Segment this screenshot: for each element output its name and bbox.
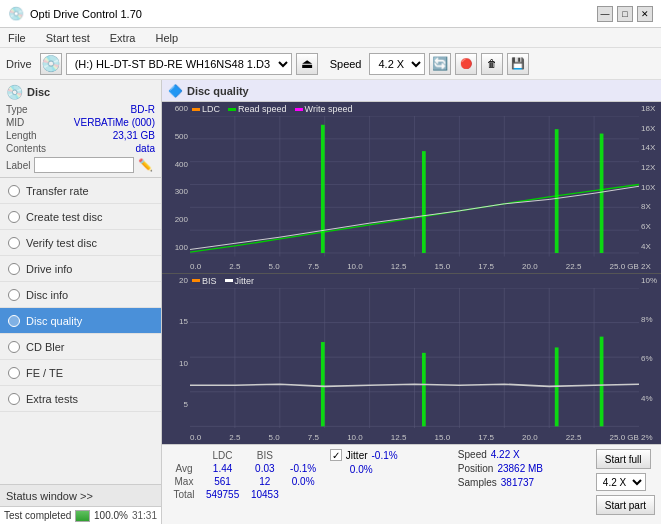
bottom-chart-y-right: 10% 8% 6% 4% 2% <box>639 274 661 445</box>
start-full-row: Start full <box>596 449 655 469</box>
samples-val: 381737 <box>501 477 534 488</box>
max-bis: 12 <box>245 475 284 488</box>
menu-file[interactable]: File <box>4 31 30 45</box>
nav-create-test-disc[interactable]: Create test disc <box>0 204 161 230</box>
samples-static-label: Samples <box>458 477 497 488</box>
col-bis: BIS <box>245 449 284 462</box>
bottom-chart-x-axis: 0.0 2.5 5.0 7.5 10.0 12.5 15.0 17.5 20.0… <box>190 433 639 442</box>
nav-disc-quality[interactable]: Disc quality <box>0 308 161 334</box>
jitter-avg-val: -0.1% <box>372 450 398 461</box>
burn-button[interactable]: 🔴 <box>455 53 477 75</box>
total-bis: 10453 <box>245 488 284 501</box>
progress-label: Test completed <box>4 510 71 521</box>
col-spacer <box>284 449 321 462</box>
disc-quality-title: Disc quality <box>187 85 249 97</box>
eject-button[interactable]: ⏏ <box>296 53 318 75</box>
avg-bis: 0.03 <box>245 462 284 475</box>
svg-rect-35 <box>422 352 426 425</box>
position-static-label: Position <box>458 463 494 474</box>
chart-area: LDC Read speed Write speed 600 500 40 <box>162 102 661 444</box>
nav-icon-fe-te <box>8 367 20 379</box>
top-chart: LDC Read speed Write speed 600 500 40 <box>162 102 661 274</box>
nav-fe-te[interactable]: FE / TE <box>0 360 161 386</box>
nav-icon-transfer-rate <box>8 185 20 197</box>
start-full-button[interactable]: Start full <box>596 449 651 469</box>
disc-label-row: Label ✏️ <box>6 157 155 173</box>
disc-quality-icon: 🔷 <box>168 84 183 98</box>
position-val: 23862 MB <box>497 463 543 474</box>
start-part-row: Start part <box>596 495 655 515</box>
speed-select[interactable]: 4.2 X <box>369 53 425 75</box>
disc-quality-header: 🔷 Disc quality <box>162 80 661 102</box>
nav-extra-tests[interactable]: Extra tests <box>0 386 161 412</box>
nav-icon-disc-info <box>8 289 20 301</box>
start-buttons: Start full 4.2 X Start part <box>596 449 655 520</box>
max-ldc: 561 <box>200 475 245 488</box>
stats-row-avg: Avg 1.44 0.03 -0.1% <box>168 462 322 475</box>
top-chart-x-axis: 0.0 2.5 5.0 7.5 10.0 12.5 15.0 17.5 20.0… <box>190 262 639 271</box>
svg-rect-17 <box>422 151 426 253</box>
toolbar: Drive 💿 (H:) HL-DT-ST BD-RE WH16NS48 1.D… <box>0 48 661 80</box>
menu-help[interactable]: Help <box>151 31 182 45</box>
progress-track <box>75 510 90 522</box>
nav-icon-extra-tests <box>8 393 20 405</box>
jitter-speed-col: ✓ Jitter -0.1% 0.0% <box>330 449 450 520</box>
nav-drive-info[interactable]: Drive info <box>0 256 161 282</box>
menu-extra[interactable]: Extra <box>106 31 140 45</box>
jitter-max-row: 0.0% <box>330 464 450 475</box>
max-jitter: 0.0% <box>284 475 321 488</box>
drive-icon: 💿 <box>40 53 62 75</box>
total-jitter <box>284 488 321 501</box>
minimize-button[interactable]: — <box>597 6 613 22</box>
svg-rect-37 <box>600 336 604 426</box>
nav-items: Transfer rate Create test disc Verify te… <box>0 178 161 484</box>
speed-row: Speed 4.22 X <box>458 449 588 460</box>
nav-icon-create-test-disc <box>8 211 20 223</box>
avg-ldc: 1.44 <box>200 462 245 475</box>
svg-rect-16 <box>321 125 325 253</box>
maximize-button[interactable]: □ <box>617 6 633 22</box>
stats-speed-select[interactable]: 4.2 X <box>596 473 646 491</box>
save-button[interactable]: 💾 <box>507 53 529 75</box>
sidebar: 💿 Disc Type BD-R MID VERBATiMe (000) Len… <box>0 80 162 524</box>
drive-label: Drive <box>6 58 32 70</box>
disc-label-input[interactable] <box>34 157 134 173</box>
legend-write-speed: Write speed <box>295 104 353 114</box>
nav-icon-verify-test-disc <box>8 237 20 249</box>
nav-disc-info[interactable]: Disc info <box>0 282 161 308</box>
progress-fill <box>76 511 89 521</box>
jitter-label: Jitter <box>346 450 368 461</box>
col-ldc: LDC <box>200 449 245 462</box>
progress-bar-container: Test completed 100.0% 31:31 <box>0 506 161 524</box>
jitter-checkbox-row: ✓ Jitter -0.1% <box>330 449 450 461</box>
nav-verify-test-disc[interactable]: Verify test disc <box>0 230 161 256</box>
position-row: Position 23862 MB <box>458 463 588 474</box>
legend-bis: BIS <box>192 276 217 286</box>
erase-button[interactable]: 🗑 <box>481 53 503 75</box>
status-window-button[interactable]: Status window >> <box>0 484 161 506</box>
speed-static-label: Speed <box>458 449 487 460</box>
app-icon: 💿 <box>8 6 24 21</box>
nav-transfer-rate[interactable]: Transfer rate <box>0 178 161 204</box>
stats-row-max: Max 561 12 0.0% <box>168 475 322 488</box>
disc-contents-row: Contents data <box>6 142 155 155</box>
menu-start-test[interactable]: Start test <box>42 31 94 45</box>
drive-select[interactable]: (H:) HL-DT-ST BD-RE WH16NS48 1.D3 <box>66 53 292 75</box>
legend-read-speed: Read speed <box>228 104 287 114</box>
start-part-button[interactable]: Start part <box>596 495 655 515</box>
label-edit-icon[interactable]: ✏️ <box>138 158 153 172</box>
disc-mid-row: MID VERBATiMe (000) <box>6 116 155 129</box>
content-area: 🔷 Disc quality LDC Read speed <box>162 80 661 524</box>
top-chart-y-left: 600 500 400 300 200 100 <box>162 102 190 273</box>
refresh-button[interactable]: 🔄 <box>429 53 451 75</box>
bottom-chart-legend: BIS Jitter <box>192 276 254 286</box>
nav-icon-disc-quality <box>8 315 20 327</box>
nav-cd-bler[interactable]: CD Bler <box>0 334 161 360</box>
jitter-checkbox[interactable]: ✓ <box>330 449 342 461</box>
avg-label: Avg <box>168 462 200 475</box>
titlebar: 💿 Opti Drive Control 1.70 — □ ✕ <box>0 0 661 28</box>
close-button[interactable]: ✕ <box>637 6 653 22</box>
jitter-max-val: 0.0% <box>350 464 373 475</box>
stats-panel: LDC BIS Avg 1.44 0.03 -0.1% <box>162 444 661 524</box>
menubar: File Start test Extra Help <box>0 28 661 48</box>
